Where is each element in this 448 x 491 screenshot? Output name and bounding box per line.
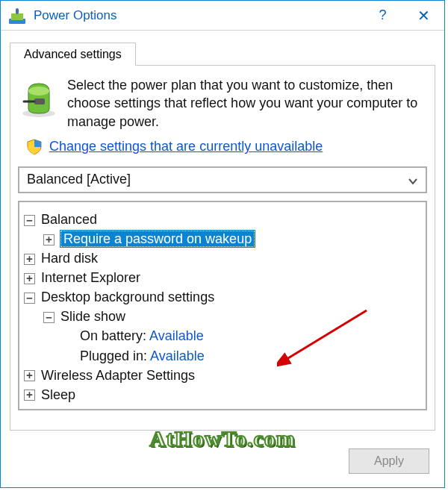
- tree-node-slideshow[interactable]: −Slide show On battery: Available Plugge…: [43, 307, 421, 365]
- dialog-buttons: Apply: [349, 448, 429, 474]
- titlebar: Power Options ? ✕: [1, 1, 444, 31]
- collapse-icon[interactable]: −: [24, 215, 35, 226]
- close-button[interactable]: ✕: [403, 1, 444, 31]
- expand-icon[interactable]: +: [24, 390, 35, 401]
- expand-icon[interactable]: +: [24, 254, 35, 265]
- svg-rect-1: [11, 13, 23, 20]
- link-row: Change settings that are currently unava…: [25, 138, 420, 156]
- svg-rect-2: [16, 8, 19, 14]
- shield-icon: [25, 138, 43, 156]
- expand-icon[interactable]: +: [24, 370, 35, 381]
- tree-node-balanced[interactable]: −Balanced +Require a password on wakeup: [24, 210, 421, 248]
- power-plan-select[interactable]: Balanced [Active]: [18, 166, 427, 193]
- power-options-window: Power Options ? ✕ Advanced settings Sele…: [0, 0, 445, 488]
- tree-node-require-password[interactable]: +Require a password on wakeup: [43, 229, 421, 248]
- battery-icon: [18, 76, 60, 118]
- svg-rect-5: [34, 98, 45, 104]
- tree-setting-on-battery[interactable]: On battery: Available: [80, 326, 421, 345]
- power-icon: [7, 5, 28, 26]
- tree-node-desktop-background[interactable]: −Desktop background settings −Slide show…: [24, 287, 421, 365]
- change-settings-link[interactable]: Change settings that are currently unava…: [49, 139, 323, 154]
- tree-node-hard-disk[interactable]: +Hard disk: [24, 248, 421, 268]
- expand-icon[interactable]: +: [43, 234, 55, 246]
- intro-text: Select the power plan that you want to c…: [67, 76, 427, 131]
- collapse-icon[interactable]: −: [24, 293, 35, 304]
- tree-selected-item: Require a password on wakeup: [60, 231, 255, 247]
- intro-row: Select the power plan that you want to c…: [18, 76, 427, 131]
- expand-icon[interactable]: +: [24, 273, 35, 284]
- window-title: Power Options: [34, 8, 362, 23]
- settings-tree[interactable]: −Balanced +Require a password on wakeup …: [18, 201, 427, 410]
- help-button[interactable]: ?: [362, 1, 403, 31]
- collapse-icon[interactable]: −: [43, 312, 55, 323]
- tree-node-wireless[interactable]: +Wireless Adapter Settings: [24, 366, 421, 385]
- chevron-down-icon: [408, 175, 418, 190]
- power-plan-value: Balanced [Active]: [27, 172, 131, 187]
- tab-advanced-settings[interactable]: Advanced settings: [10, 43, 136, 66]
- tree-node-sleep[interactable]: +Sleep: [24, 385, 421, 404]
- svg-point-4: [28, 87, 49, 96]
- tab-group: Advanced settings Select the power plan …: [10, 43, 435, 431]
- apply-button[interactable]: Apply: [349, 448, 429, 474]
- tree-setting-plugged-in[interactable]: Plugged in: Available: [80, 346, 421, 366]
- tab-panel: Select the power plan that you want to c…: [10, 65, 435, 431]
- tree-node-internet-explorer[interactable]: +Internet Explorer: [24, 268, 421, 287]
